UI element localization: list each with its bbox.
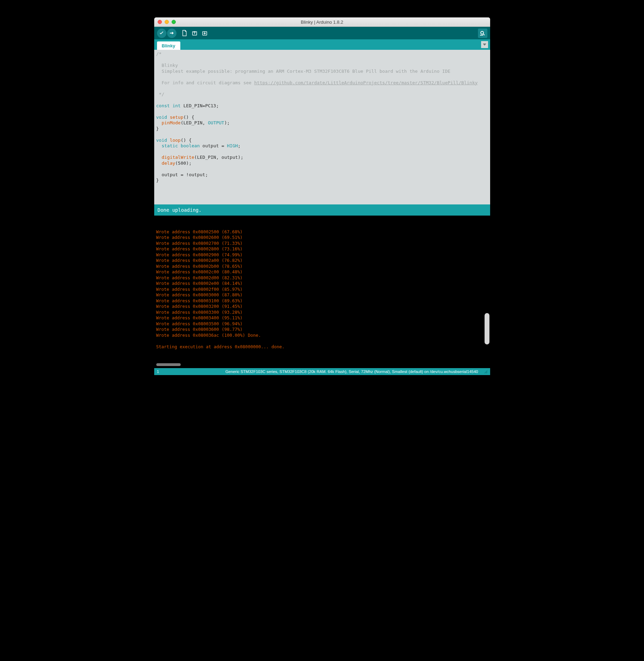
code-text: output = !output; [156, 172, 208, 177]
console-line: Wrote address 0x08003400 (95.11%) [156, 315, 487, 321]
console-line: Wrote address 0x08003000 (87.80%) [156, 292, 487, 298]
tab-bar: Blinky [154, 39, 490, 50]
console-line [156, 338, 487, 344]
console-line: Wrote address 0x08002d00 (82.31%) [156, 275, 487, 281]
fn: digitalWrite [162, 155, 194, 160]
arrow-up-icon [191, 30, 198, 37]
code-text: LED_PIN=PC13; [181, 103, 219, 108]
console-line: Wrote address 0x08003600 (98.77%) [156, 327, 487, 333]
code-editor[interactable]: /* Blinky Simplest example possible: pro… [154, 50, 490, 204]
arduino-window: Blinky | Arduino 1.8.2 Blinky /* Blinky … [154, 17, 490, 375]
console-line: Wrote address 0x08003300 (93.28%) [156, 310, 487, 316]
save-sketch-button[interactable] [200, 29, 210, 38]
status-message: Done uploading. [154, 204, 490, 216]
magnifier-icon [480, 30, 485, 36]
output-console[interactable]: Wrote address 0x08002500 (67.68%)Wrote a… [154, 216, 490, 364]
horizontal-scrollbar[interactable] [156, 363, 181, 366]
kw: const [156, 103, 170, 108]
svg-rect-1 [480, 35, 483, 36]
code-text: ); [224, 120, 230, 125]
kw: void [156, 138, 167, 143]
toolbar [154, 27, 490, 39]
upload-button[interactable] [167, 29, 176, 38]
comment: /* [156, 51, 162, 56]
console-line: Wrote address 0x08002a00 (76.82%) [156, 258, 487, 264]
hscroll-track [154, 363, 490, 368]
console-line: Starting execution at address 0x08000000… [156, 344, 487, 350]
console-line: Wrote address 0x08002600 (69.51%) [156, 235, 487, 241]
fn: setup [170, 115, 183, 120]
new-sketch-button[interactable] [180, 29, 189, 38]
window-controls [158, 20, 176, 24]
check-icon [159, 30, 164, 36]
kw: void [156, 115, 167, 120]
kw: boolean [181, 143, 200, 148]
close-window-button[interactable] [158, 20, 162, 24]
console-line: Wrote address 0x08002500 (67.68%) [156, 229, 487, 235]
serial-monitor-button[interactable] [478, 29, 487, 38]
comment: For info and circuit diagrams see [156, 80, 254, 85]
arrow-right-icon [169, 30, 174, 36]
console-line: Wrote address 0x08002b00 (78.65%) [156, 264, 487, 270]
fn: pinMode [162, 120, 181, 125]
console-line: Wrote address 0x08003100 (89.63%) [156, 298, 487, 304]
comment: Blinky [156, 63, 178, 68]
const: HIGH [227, 143, 238, 148]
minimize-window-button[interactable] [165, 20, 169, 24]
vertical-scrollbar[interactable] [485, 313, 489, 344]
board-info: Generic STM32F103C series, STM32F103C8 (… [174, 370, 480, 374]
tab-menu-button[interactable] [481, 41, 488, 48]
console-line: Wrote address 0x08003500 (96.94%) [156, 321, 487, 327]
svg-point-0 [481, 31, 484, 34]
console-line: Wrote address 0x08002900 (74.99%) [156, 252, 487, 258]
open-sketch-button[interactable] [190, 29, 199, 38]
verify-button[interactable] [157, 29, 166, 38]
titlebar: Blinky | Arduino 1.8.2 [154, 17, 490, 27]
tab-blinky[interactable]: Blinky [157, 41, 180, 50]
const: OUTPUT [208, 120, 224, 125]
resize-grip-icon[interactable] [483, 369, 487, 374]
console-line: Wrote address 0x080036ac (100.00%) Done. [156, 333, 487, 339]
arrow-down-icon [201, 30, 208, 37]
kw: static [162, 143, 178, 148]
file-icon [181, 30, 188, 37]
zoom-window-button[interactable] [172, 20, 176, 24]
code-text: } [156, 178, 159, 183]
console-line: Wrote address 0x08002c00 (80.48%) [156, 269, 487, 275]
console-line: Wrote address 0x08003200 (91.45%) [156, 304, 487, 310]
code-text: ; [238, 143, 241, 148]
console-line: Wrote address 0x08002f00 (85.97%) [156, 287, 487, 293]
console-wrap: Wrote address 0x08002500 (67.68%)Wrote a… [154, 216, 490, 368]
console-line: Wrote address 0x08002e00 (84.14%) [156, 281, 487, 287]
code-text: (500); [175, 161, 191, 166]
code-text: output = [200, 143, 227, 148]
kw: int [172, 103, 180, 108]
console-line: Wrote address 0x08002700 (71.33%) [156, 241, 487, 247]
console-line: Wrote address 0x08002800 (73.16%) [156, 246, 487, 252]
code-text: (LED_PIN, [181, 120, 208, 125]
line-number: 1 [157, 370, 171, 374]
code-text: () { [181, 138, 191, 143]
fn: delay [162, 161, 175, 166]
code-text: (LED_PIN, output); [194, 155, 243, 160]
fn: loop [170, 138, 181, 143]
comment-link[interactable]: https://github.com/tardate/LittleArduino… [254, 80, 478, 85]
status-bar: 1 Generic STM32F103C series, STM32F103C8… [154, 368, 490, 375]
code-text: } [156, 126, 159, 131]
window-title: Blinky | Arduino 1.8.2 [154, 20, 490, 25]
code-text: () { [183, 115, 194, 120]
comment: */ [156, 92, 164, 97]
comment: Simplest example possible: programming a… [156, 69, 450, 74]
